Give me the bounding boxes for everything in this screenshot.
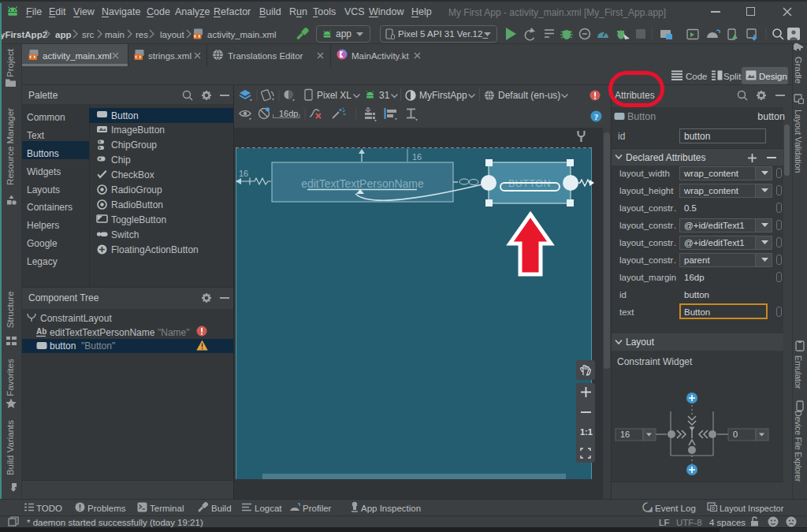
svg-text:16: 16 <box>412 152 422 162</box>
svg-text:16: 16 <box>239 169 248 178</box>
svg-text:0: 0 <box>733 430 738 439</box>
svg-text:?: ? <box>594 112 599 121</box>
svg-text:Ab: Ab <box>36 327 46 336</box>
svg-text:editTextTextPersonName: editTextTextPersonName <box>301 177 424 190</box>
svg-text:1:1: 1:1 <box>580 427 593 437</box>
svg-text:16dp: 16dp <box>279 109 298 118</box>
svg-text:16: 16 <box>620 430 630 439</box>
